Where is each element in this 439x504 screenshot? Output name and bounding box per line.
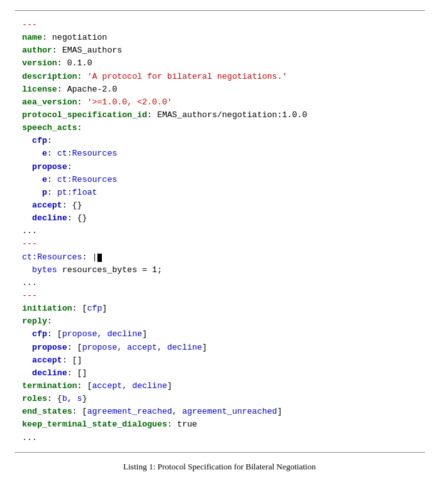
key-speech-acts: speech_acts: [22, 123, 78, 133]
key-version: version: [22, 58, 58, 68]
dots-3: ...: [22, 433, 37, 443]
type-ct-resources-2: ct:Resources: [57, 175, 117, 184]
key-name: name: [22, 33, 42, 42]
val-initiation: cfp: [87, 304, 102, 313]
key-aea-version: aea_version: [22, 97, 78, 107]
key-e1: e: [42, 149, 47, 158]
key-propose: propose: [32, 162, 67, 172]
listing-caption: Listing 1: Protocol Specification for Bi…: [123, 462, 315, 472]
key-e2: e: [42, 175, 47, 184]
code-listing: --- name: negotiation author: EMAS_autho…: [15, 10, 425, 453]
text-cursor: [97, 254, 102, 262]
ct-resources-def: ct:Resources: [22, 252, 83, 262]
key-p: p: [42, 188, 47, 197]
val-reply-propose: propose, accept, decline: [82, 343, 202, 352]
key-roles: roles: [22, 394, 47, 403]
key-cfp: cfp: [32, 136, 47, 145]
type-ct-resources-1: ct:Resources: [57, 149, 117, 158]
key-keep-terminal: keep_terminal_state_dialogues: [22, 419, 167, 429]
key-description: description: [22, 72, 78, 81]
dashes-2: ---: [22, 239, 37, 248]
key-reply-cfp: cfp: [32, 329, 47, 339]
key-reply-propose: propose: [32, 343, 67, 352]
key-reply-decline: decline: [32, 368, 67, 378]
key-reply-accept: accept: [32, 355, 62, 365]
key-end-states: end_states: [22, 407, 72, 416]
val-roles: b, s: [62, 394, 82, 403]
type-pt-float: pt:float: [57, 188, 97, 197]
dots-1: ...: [22, 226, 37, 236]
key-accept: accept: [32, 200, 62, 210]
val-description: 'A protocol for bilateral negotiations.': [87, 72, 287, 81]
val-aea-version: '>=1.0.0, <2.0.0': [87, 97, 172, 107]
key-initiation: initiation: [22, 304, 72, 313]
val-end-states: agreement_reached, agreement_unreached: [87, 407, 277, 416]
key-decline: decline: [32, 213, 67, 223]
dashes-3: ---: [22, 291, 37, 300]
val-termination: accept, decline: [92, 381, 167, 391]
dots-2: ...: [22, 278, 37, 288]
dashes-1: ---: [22, 20, 37, 29]
key-termination: termination: [22, 381, 78, 391]
key-protocol-spec: protocol_specification_id: [22, 110, 147, 120]
val-reply-cfp: propose, decline: [62, 329, 142, 339]
key-author: author: [22, 45, 53, 55]
bytes-keyword: bytes: [32, 265, 57, 275]
code-content: --- name: negotiation author: EMAS_autho…: [15, 16, 425, 447]
key-license: license: [22, 85, 58, 94]
key-reply: reply: [22, 316, 47, 326]
